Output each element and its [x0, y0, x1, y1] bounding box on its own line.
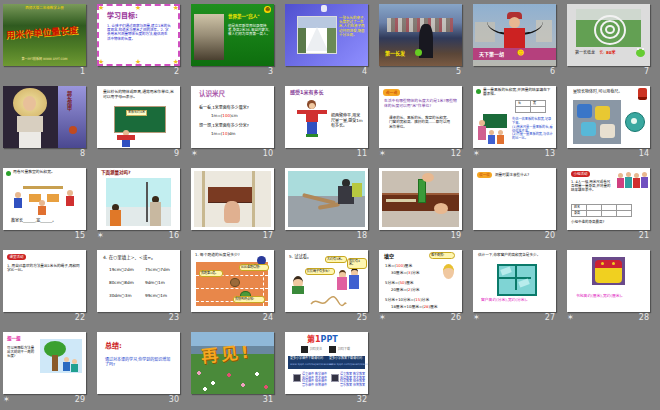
slide-thumbnail-13[interactable]: 量一量黑板的长和宽,并把量的结果填在下面表格。 长宽 先估一估黑板的长和宽,记录…	[473, 86, 556, 148]
slide-thumbnail-21[interactable]: 小组活动 1. 4人一组,用米尺或卷尺互相量一量身高,并将量的结果填在表中。 姓…	[567, 168, 650, 230]
slide-thumbnail-7[interactable]: 第一长纸龙 长: 80米	[567, 4, 650, 66]
slide-thumbnail-12[interactable]: 说一说 生活中有哪些物体的长度大约是1米?哪些物体的长度可以用"米"作单位? 课…	[379, 86, 462, 148]
slide-thumbnail-25[interactable]: 5. 试试看。 猜猜绳子有多长? 大约有3米。 我猜有4米。	[285, 250, 368, 312]
slide10-title: 认识米尺	[199, 91, 225, 99]
slide28-bag-dot	[612, 262, 615, 265]
qr-label: 扫码下载	[338, 348, 350, 352]
speech-bubble: 我跑第1道。	[199, 270, 223, 277]
slide-number: 18	[357, 231, 367, 240]
slide27-question: 估计一下,你家窗户的高和宽各是多少。	[478, 253, 552, 257]
star-decoration-icon: ★	[173, 4, 179, 12]
slide-thumbnail-22[interactable]: 课堂活动 1. 用自己喜欢的方法量出1米长的绳子,再和同学比一比。	[3, 250, 86, 312]
slide13-cartoon-kid-body	[497, 135, 504, 144]
slide-cell-31: 再见! 31	[191, 332, 274, 410]
link-list-left[interactable]: 语文课件 数学课件 英语课件 美术课件 科学课件 班会课件 音乐课件 体育课件	[302, 373, 328, 387]
banner-right-url[interactable]: www.1ppt.com/jiaoan/xiaoxue/	[329, 363, 365, 366]
slide-number: 26	[451, 313, 461, 322]
slide28-bag-flap	[595, 260, 622, 268]
slide8-photo-face	[23, 96, 36, 111]
slide-number: 24	[263, 313, 273, 322]
table-cell	[516, 107, 531, 113]
frog-eye	[642, 48, 644, 50]
slide-thumbnail-8[interactable]: 超长指甲	[3, 86, 86, 148]
slide21-kid-body	[625, 177, 632, 188]
transition-star-icon[interactable]: ✶	[473, 149, 480, 158]
comparison-item: 75cm○7dm	[145, 267, 170, 272]
eq-text: )厘米	[429, 304, 438, 309]
slide-number: 31	[263, 395, 273, 404]
slide-cell-13: 量一量黑板的长和宽,并把量的结果填在下面表格。 长宽 先估一估黑板的长和宽,记录…	[473, 86, 556, 164]
banner-left-url[interactable]: www.1ppt.com/kejian/xiaoxue/	[290, 363, 326, 366]
slide-thumbnail-10[interactable]: 认识米尺 看一看,1米里面有多少厘米? 1m=(100)cm 想一想,1米里面有…	[191, 86, 274, 148]
apple-icon	[415, 49, 422, 56]
slide-thumbnail-4[interactable]: 一张长长的桌子,长度超过了一百米,人们在桌子两边共同进餐,场面十分壮观。	[285, 4, 368, 66]
transition-star-icon[interactable]: ✶	[379, 313, 386, 322]
slide-number: 11	[357, 149, 367, 158]
slide-thumbnail-14[interactable]: 量较长物体时,可以用卷尺。	[567, 86, 650, 148]
eq-text: )分米	[420, 297, 429, 302]
transition-star-icon[interactable]: ✶	[97, 231, 104, 240]
slide-thumbnail-17[interactable]	[191, 168, 274, 230]
slide8-right-panel	[58, 86, 86, 148]
hand-cursor-icon	[321, 5, 327, 12]
slide-thumbnail-29[interactable]: 想一想 可以用哪些方法量出大树树干一周的长度?	[3, 332, 86, 394]
slide27-window-glare	[500, 266, 511, 275]
slide-thumbnail-3[interactable]: ☻ 世界第一"高人" 他是吉尼斯世界纪录保持者,身高2米36,来自内蒙古,被人们…	[191, 4, 274, 66]
slide19-photo-hand	[434, 203, 448, 214]
slide-thumbnail-2[interactable]: ★ ★ ★ ★ ★ ★ 学习目标: 1. 让孩子们通过观察与测量,建立1米的长度…	[97, 4, 180, 66]
slide-thumbnail-26[interactable]: 填空 1米=(100)厘米 30厘米=(3)分米 5分米=(50)厘米 20厘米…	[379, 250, 462, 312]
slide21-footer: 小组中谁的身高最高?	[571, 220, 641, 224]
slide3-body: 他是吉尼斯世界纪录保持者,身高2米36,来自内蒙古,被人们称为世界第一高人。	[228, 24, 271, 37]
slide-thumbnail-24[interactable]: 1. 每个跑道的长度是多少? 比比谁跑得快! 我跑第1道。 我快到终点啦!	[191, 250, 274, 312]
slide3-title: 世界第一"高人"	[228, 14, 271, 19]
slide17-photo-hand	[224, 201, 240, 223]
slide-thumbnail-31[interactable]: 再见!	[191, 332, 274, 394]
slide15-cartoon-kid-body	[66, 196, 74, 206]
transition-star-icon[interactable]: ✶	[191, 149, 198, 158]
slide-thumbnail-11[interactable]: 感受1米有多长 把两臂伸平,用米尺量一量,感受1m有多长。	[285, 86, 368, 148]
slide-thumbnail-23[interactable]: 4. 在○里填上>、<或=。 19cm○2dm 75cm○7dm 80cm○8d…	[97, 250, 180, 312]
slide29-kid-body	[63, 362, 70, 371]
slide30-title: 总结:	[105, 342, 122, 350]
slide-cell-10: 认识米尺 看一看,1米里面有多少厘米? 1m=(100)cm 想一想,1米里面有…	[191, 86, 274, 164]
slide-thumbnail-28[interactable]: 书包高约(厘米),宽约(厘米)。	[567, 250, 650, 312]
transition-star-icon[interactable]: ✶	[567, 313, 574, 322]
slide-cell-8: 超长指甲 8	[3, 86, 86, 164]
transition-star-icon[interactable]: ✶	[473, 313, 480, 322]
green-bullet-icon	[6, 171, 11, 176]
comparison-item: 80cm○8dm	[109, 280, 134, 285]
slide-thumbnail-1[interactable]: 西师大版二年级数学上册 用米作单位量长度 第一PPT模板网 WWW.1PPT.C…	[3, 4, 86, 66]
transition-star-icon[interactable]: ✶	[3, 395, 10, 404]
slide10-eq1: 1m=(100)cm	[211, 114, 238, 119]
slide16-photo	[106, 178, 171, 226]
slide-number: 20	[545, 231, 555, 240]
slide-thumbnail-19[interactable]	[379, 168, 462, 230]
slide-thumbnail-18[interactable]	[285, 168, 368, 230]
slide-thumbnail-30[interactable]: 总结: 通过对本课的学习,你学到的知识增加了吗?	[97, 332, 180, 394]
slide6-caption-banner: 天下第一胡 ☻	[473, 48, 556, 60]
slide1-footer: 第一PPT模板网 WWW.1PPT.COM	[5, 58, 84, 62]
transition-star-icon[interactable]: ✶	[379, 149, 386, 158]
eq-text: )cm	[230, 113, 238, 118]
slide-thumbnail-5[interactable]: 第一长发	[379, 4, 462, 66]
slide-number: 30	[169, 395, 179, 404]
slide-thumbnail-27[interactable]: 估计一下,你家窗户的高和宽各是多少。 窗户高约(分米),宽约(分米)。	[473, 250, 556, 312]
smiley-icon: ☻	[517, 49, 524, 57]
slide-thumbnail-32[interactable]: 第1PPT 扫码关注 扫码下载 更多小学课件下载请访问: www.1ppt.co…	[285, 332, 368, 394]
slide-number: 9	[174, 149, 179, 158]
slide9-board-label: 黑板长约4米	[126, 110, 147, 116]
slide-thumbnail-20[interactable]: 议一议 测量时要注意些什么?	[473, 168, 556, 230]
slide-thumbnail-16[interactable]: 下面测量对吗?	[97, 168, 180, 230]
slide21-body: 1. 4人一组,用米尺或卷尺互相量一量身高,并将量的结果填在表中。	[571, 180, 613, 193]
slide28-bag-dot	[601, 262, 604, 265]
slide-cell-20: 议一议 测量时要注意些什么? 20	[473, 168, 556, 246]
link-list-right[interactable]: 语文教案 数学教案 英语教案 美术教案 科学教案 班会教案 音乐教案 体育教案	[340, 373, 366, 387]
green-bullet-icon	[476, 89, 481, 94]
slide-number: 32	[357, 395, 367, 404]
slide-thumbnail-15[interactable]: 用卷尺量教室的长和宽。 教室长______,宽______。	[3, 168, 86, 230]
slide-thumbnail-9[interactable]: 量比较长的物体或距离,通常用米作单位,米可以用字母m表示。 黑板长约4米	[97, 86, 180, 148]
slide12-body: 课桌的长、黑板的长、教室的长和宽、门窗的宽和高、旗杆的高……都可以用米作单位。	[389, 116, 451, 129]
eq-text: )分米	[411, 270, 420, 275]
slide-thumbnail-6[interactable]: 天下第一胡 ☻	[473, 4, 556, 66]
star-decoration-icon: ★	[135, 58, 141, 66]
